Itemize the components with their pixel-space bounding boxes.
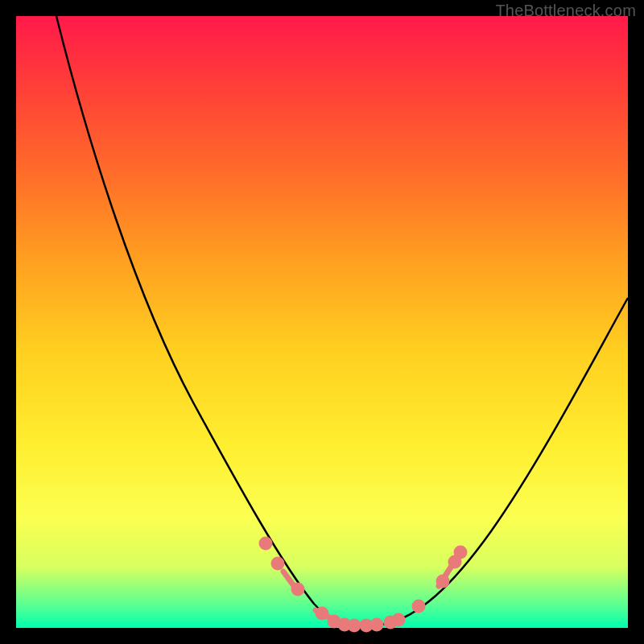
svg-point-10 <box>373 621 381 629</box>
svg-point-0 <box>262 539 270 547</box>
svg-point-15 <box>439 577 447 585</box>
svg-point-6 <box>330 617 338 625</box>
svg-point-7 <box>341 621 349 629</box>
plot-svg <box>16 16 628 628</box>
svg-point-5 <box>318 609 326 617</box>
svg-point-1 <box>274 559 282 568</box>
watermark-text: TheBottleneck.com <box>495 2 636 20</box>
bottleneck-curve <box>56 16 628 625</box>
highlight-dots <box>262 539 464 630</box>
svg-point-13 <box>415 602 423 610</box>
svg-point-3 <box>294 585 302 593</box>
svg-point-12 <box>394 616 402 624</box>
svg-point-17 <box>456 548 464 556</box>
svg-point-8 <box>350 621 358 630</box>
svg-point-16 <box>451 558 459 566</box>
svg-point-9 <box>362 621 370 630</box>
